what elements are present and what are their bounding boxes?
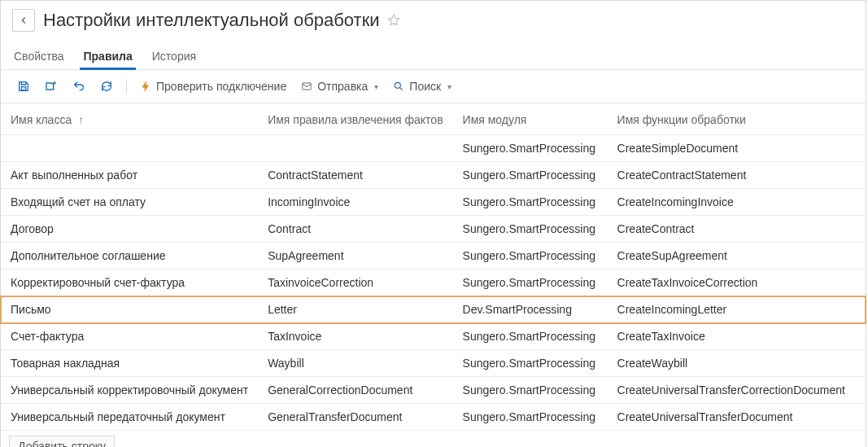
table-cell[interactable]: Универсальный корректировочный документ (1, 377, 258, 404)
table-cell[interactable]: SupAgreement (258, 243, 452, 270)
table-cell[interactable]: CreateSupAgreement (608, 243, 866, 270)
save-new-icon (45, 80, 58, 93)
lightning-icon (140, 81, 151, 92)
send-button[interactable]: Отправка ▾ (296, 77, 383, 96)
table-cell[interactable]: Корректировочный счет-фактура (1, 270, 258, 296)
svg-rect-0 (21, 87, 25, 90)
save-icon (17, 80, 30, 93)
table-header-row: Имя класса ↑ Имя правила извлечения факт… (1, 103, 866, 135)
table-row[interactable]: Дополнительное соглашениеSupAgreementSun… (1, 243, 866, 270)
table-cell[interactable]: CreateIncomingLetter (608, 296, 866, 323)
svg-point-2 (395, 82, 401, 88)
table-cell[interactable]: Dev.SmartProcessing (453, 296, 608, 323)
table-cell[interactable]: CreateContract (608, 216, 866, 243)
table-cell[interactable]: GeneralCorrectionDocument (258, 377, 452, 404)
search-label: Поиск (409, 80, 441, 93)
table-row[interactable]: Входящий счет на оплатуIncomingInvoiceSu… (1, 189, 866, 216)
settings-card: Настройки интеллектуальной обработки Сво… (0, 0, 866, 447)
send-label: Отправка (317, 80, 368, 93)
table-cell[interactable]: CreateWaybill (608, 350, 866, 377)
table-cell[interactable]: Входящий счет на оплату (1, 189, 258, 216)
table-cell[interactable]: TaxinvoiceCorrection (258, 270, 452, 296)
chevron-down-icon: ▾ (447, 82, 451, 91)
table-cell[interactable]: Contract (258, 216, 452, 243)
table-row[interactable]: Акт выполненных работContractStatementSu… (1, 162, 866, 189)
table-row[interactable]: Универсальный корректировочный документG… (1, 377, 866, 404)
table-cell[interactable]: CreateUniversalTransferDocument (608, 404, 866, 431)
table-cell[interactable]: CreateContractStatement (608, 162, 866, 189)
table-cell[interactable]: Письмо (1, 296, 258, 323)
table-cell[interactable] (1, 135, 258, 162)
table-cell[interactable]: ContractStatement (258, 162, 452, 189)
check-connection-label: Проверить подключение (156, 80, 286, 93)
header: Настройки интеллектуальной обработки (1, 1, 866, 32)
table-row[interactable]: Корректировочный счет-фактураTaxinvoiceC… (1, 270, 866, 296)
table-cell[interactable]: CreateIncomingInvoice (608, 189, 866, 216)
col-classname[interactable]: Имя класса ↑ (1, 103, 258, 135)
search-button[interactable]: Поиск ▾ (388, 77, 456, 96)
table-cell[interactable]: Дополнительное соглашение (1, 243, 258, 270)
table-row[interactable]: Товарная накладнаяWaybillSungero.SmartPr… (1, 350, 866, 377)
table-row[interactable]: Sungero.SmartProcessingCreateSimpleDocum… (1, 135, 866, 162)
tab-properties[interactable]: Свойства (12, 45, 65, 69)
table-cell[interactable] (258, 135, 452, 162)
tab-rules[interactable]: Правила (81, 45, 133, 69)
table-cell[interactable]: GeneralTransferDocument (258, 404, 452, 431)
page-title: Настройки интеллектуальной обработки (43, 10, 380, 31)
save-new-button[interactable] (40, 77, 63, 96)
tab-history[interactable]: История (150, 45, 198, 69)
add-row-button[interactable]: Добавить строку (9, 436, 115, 447)
col-rulename[interactable]: Имя правила извлечения фактов (258, 103, 452, 135)
table-footer: Добавить строку (1, 431, 866, 447)
table-cell[interactable]: Sungero.SmartProcessing (453, 216, 608, 243)
table-cell[interactable]: Sungero.SmartProcessing (453, 323, 608, 350)
refresh-button[interactable] (95, 77, 118, 96)
table-cell[interactable]: Акт выполненных работ (1, 162, 258, 189)
toolbar: Проверить подключение Отправка ▾ Поиск ▾ (1, 70, 866, 103)
table-cell[interactable]: Sungero.SmartProcessing (453, 135, 608, 162)
check-connection-button[interactable]: Проверить подключение (135, 77, 291, 96)
table-row[interactable]: Счет-фактураTaxInvoiceSungero.SmartProce… (1, 323, 866, 350)
table-cell[interactable]: Универсальный передаточный документ (1, 404, 258, 431)
table-cell[interactable]: Sungero.SmartProcessing (453, 350, 608, 377)
table-cell[interactable]: Letter (258, 296, 452, 323)
table-cell[interactable]: Sungero.SmartProcessing (453, 243, 608, 270)
favorite-star-icon[interactable] (386, 13, 401, 28)
table-row[interactable]: ДоговорContractSungero.SmartProcessingCr… (1, 216, 866, 243)
undo-icon (72, 80, 85, 93)
table-cell[interactable]: Sungero.SmartProcessing (453, 377, 608, 404)
table-cell[interactable]: Sungero.SmartProcessing (453, 189, 608, 216)
send-icon (301, 81, 312, 92)
col-funcname[interactable]: Имя функции обработки (608, 103, 866, 135)
table-cell[interactable]: TaxInvoice (258, 323, 452, 350)
tabs: Свойства Правила История (1, 45, 866, 70)
table-cell[interactable]: Sungero.SmartProcessing (453, 270, 608, 296)
table-cell[interactable]: Товарная накладная (1, 350, 258, 377)
table-cell[interactable]: Sungero.SmartProcessing (453, 404, 608, 431)
refresh-icon (100, 80, 113, 93)
undo-button[interactable] (68, 77, 90, 96)
table-cell[interactable]: CreateTaxInvoice (608, 323, 866, 350)
table-row[interactable]: ПисьмоLetterDev.SmartProcessingCreateInc… (1, 296, 866, 323)
table-cell[interactable]: IncomingInvoice (258, 189, 452, 216)
table-cell[interactable]: Waybill (258, 350, 452, 377)
save-button[interactable] (12, 77, 35, 96)
col-modulename[interactable]: Имя модуля (453, 103, 608, 135)
table-cell[interactable]: Sungero.SmartProcessing (453, 162, 608, 189)
toolbar-separator (126, 79, 127, 94)
table-cell[interactable]: CreateTaxInvoiceCorrection (608, 270, 866, 296)
arrow-left-icon (18, 15, 29, 26)
back-button[interactable] (12, 9, 35, 32)
sort-asc-icon: ↑ (78, 113, 84, 126)
table-cell[interactable]: Счет-фактура (1, 323, 258, 350)
table-cell[interactable]: Договор (1, 216, 258, 243)
chevron-down-icon: ▾ (374, 82, 378, 91)
table-row[interactable]: Универсальный передаточный документGener… (1, 404, 866, 431)
rules-table: Имя класса ↑ Имя правила извлечения факт… (1, 103, 866, 431)
search-icon (393, 81, 404, 92)
table-cell[interactable]: CreateUniversalTransferCorrectionDocumen… (608, 377, 866, 404)
table-cell[interactable]: CreateSimpleDocument (608, 135, 866, 162)
